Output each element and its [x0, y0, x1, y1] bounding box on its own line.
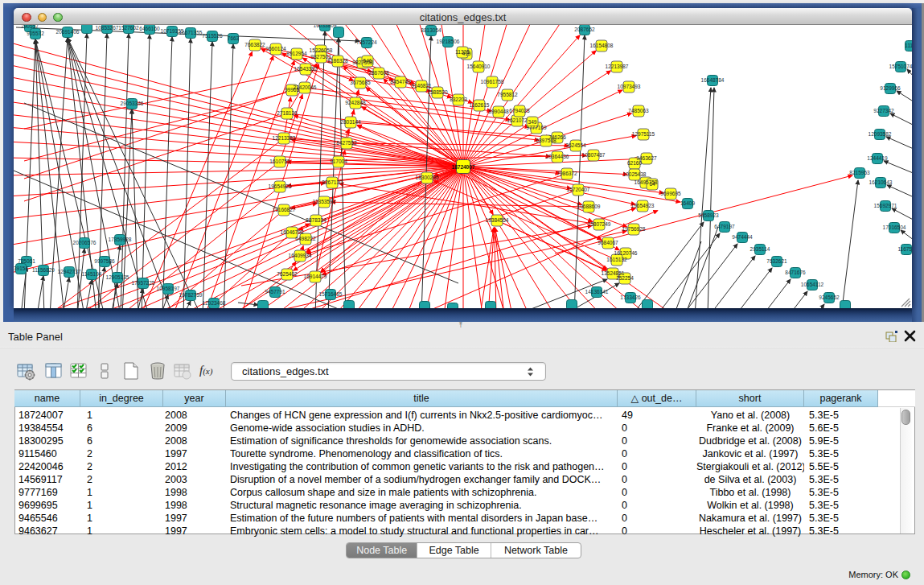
svg-text:6479197: 6479197 [714, 224, 735, 229]
svg-text:1527602: 1527602 [118, 25, 139, 31]
svg-text:9457791: 9457791 [265, 289, 285, 295]
svg-text:7955812: 7955812 [497, 92, 518, 97]
svg-text:6794028: 6794028 [509, 108, 530, 113]
svg-text:99965: 99965 [285, 87, 299, 93]
svg-text:7986372: 7986372 [556, 171, 577, 176]
svg-text:8215953: 8215953 [849, 170, 870, 175]
svg-text:16120746: 16120746 [614, 250, 638, 256]
svg-text:2718126: 2718126 [277, 110, 298, 116]
svg-text:16409: 16409 [680, 200, 695, 206]
svg-text:12213383: 12213383 [273, 135, 296, 141]
svg-text:15640910: 15640910 [467, 64, 491, 69]
svg-text:39154: 39154 [14, 266, 28, 271]
svg-text:10973493: 10973493 [618, 84, 641, 89]
svg-text:19654925: 19654925 [269, 183, 292, 189]
svg-text:16210643: 16210643 [869, 179, 893, 185]
svg-text:17016504: 17016504 [883, 225, 906, 230]
svg-text:8471676: 8471676 [785, 270, 806, 275]
svg-text:16914479: 16914479 [304, 274, 327, 279]
svg-text:8990448: 8990448 [488, 109, 509, 114]
svg-text:2087652: 2087652 [574, 27, 595, 32]
svg-text:917004: 917004 [330, 159, 347, 164]
svg-text:18724007: 18724007 [452, 164, 475, 170]
svg-text:16033809: 16033809 [314, 25, 337, 28]
svg-text:7663822: 7663822 [244, 42, 265, 47]
svg-text:6466160: 6466160 [139, 26, 160, 31]
svg-text:9777169: 9777169 [526, 125, 547, 130]
svg-text:19654923: 19654923 [631, 203, 655, 208]
svg-text:7485063: 7485063 [628, 108, 649, 113]
svg-text:17359928: 17359928 [109, 237, 132, 242]
svg-text:12975115: 12975115 [632, 131, 655, 137]
svg-text:12942737: 12942737 [58, 269, 81, 274]
svg-text:19166827: 19166827 [273, 207, 296, 212]
svg-text:9245652: 9245652 [819, 295, 840, 300]
svg-text:8454749: 8454749 [390, 79, 411, 84]
svg-text:20364436: 20364436 [546, 154, 569, 159]
svg-text:6897508: 6897508 [536, 138, 556, 143]
svg-text:16671355: 16671355 [179, 30, 203, 35]
svg-text:10961758: 10961758 [481, 79, 504, 84]
svg-text:17957225: 17957225 [132, 280, 155, 286]
svg-text:19756928: 19756928 [622, 226, 646, 232]
svg-text:8267130: 8267130 [322, 179, 343, 185]
svg-text:10958197: 10958197 [157, 286, 180, 291]
svg-text:349: 349 [528, 119, 537, 125]
svg-text:1615132: 1615132 [606, 257, 627, 262]
svg-text:12923468: 12923468 [203, 300, 226, 306]
svg-text:15720407: 15720407 [567, 187, 590, 192]
svg-text:10853267: 10853267 [96, 25, 119, 31]
svg-text:1145194: 1145194 [82, 271, 102, 277]
svg-text:8186328: 8186328 [327, 58, 348, 64]
svg-text:8878334: 8878334 [306, 217, 326, 223]
svg-text:905572: 905572 [27, 31, 44, 36]
svg-text:9997586: 9997586 [94, 258, 115, 264]
svg-text:15807249: 15807249 [588, 221, 611, 227]
svg-text:1610755: 1610755 [269, 159, 290, 164]
svg-text:62160: 62160 [627, 160, 642, 166]
svg-text:832203: 832203 [450, 97, 467, 102]
svg-text:9129966: 9129966 [880, 85, 901, 91]
svg-text:9242848: 9242848 [345, 100, 366, 105]
svg-text:1117: 1117 [905, 43, 912, 48]
svg-text:15692971: 15692971 [874, 203, 897, 208]
svg-text:116753: 116753 [897, 246, 912, 252]
svg-text:15751074: 15751074 [889, 64, 912, 69]
svg-text:1588520: 1588520 [427, 89, 448, 95]
svg-text:8813054: 8813054 [421, 27, 441, 33]
svg-text:11156829: 11156829 [32, 267, 55, 273]
svg-text:16154808: 16154808 [590, 43, 614, 48]
svg-text:11353594: 11353594 [313, 199, 336, 204]
svg-text:1733426: 1733426 [620, 295, 641, 300]
svg-text:6498222: 6498222 [295, 236, 316, 241]
svg-text:5958923: 5958923 [698, 212, 719, 218]
svg-text:16648784: 16648784 [701, 77, 725, 83]
svg-text:9660124: 9660124 [265, 46, 286, 51]
svg-text:290557: 290557 [21, 25, 39, 29]
svg-text:14136141: 14136141 [585, 289, 609, 295]
svg-text:12213987: 12213987 [606, 64, 629, 69]
svg-text:2935114: 2935114 [750, 246, 770, 252]
svg-text:9699695: 9699695 [660, 191, 681, 196]
svg-text:9227342: 9227342 [873, 108, 894, 113]
svg-text:18300295: 18300295 [416, 175, 439, 180]
svg-text:7625402: 7625402 [277, 271, 298, 277]
svg-text:12905135: 12905135 [106, 274, 129, 280]
svg-text:16046798: 16046798 [281, 229, 304, 235]
svg-text:16543382: 16543382 [294, 66, 318, 72]
svg-text:2867608: 2867608 [368, 70, 389, 76]
svg-text:15716485: 15716485 [319, 291, 343, 297]
svg-text:10688609: 10688609 [577, 204, 601, 209]
svg-text:735061: 735061 [18, 258, 35, 264]
svg-text:546: 546 [363, 58, 372, 64]
svg-text:29053346: 29053346 [121, 101, 144, 106]
svg-text:10025438: 10025438 [623, 171, 647, 177]
svg-text:11325: 11325 [455, 49, 470, 55]
svg-text:8912954: 8912954 [286, 51, 307, 56]
svg-text:8427552: 8427552 [336, 140, 357, 146]
svg-text:10807487: 10807487 [582, 152, 606, 158]
svg-text:64: 64 [649, 181, 655, 187]
svg-text:9474444: 9474444 [732, 234, 753, 240]
svg-text:1621072: 1621072 [507, 117, 528, 123]
svg-text:19218506: 19218506 [437, 39, 460, 44]
